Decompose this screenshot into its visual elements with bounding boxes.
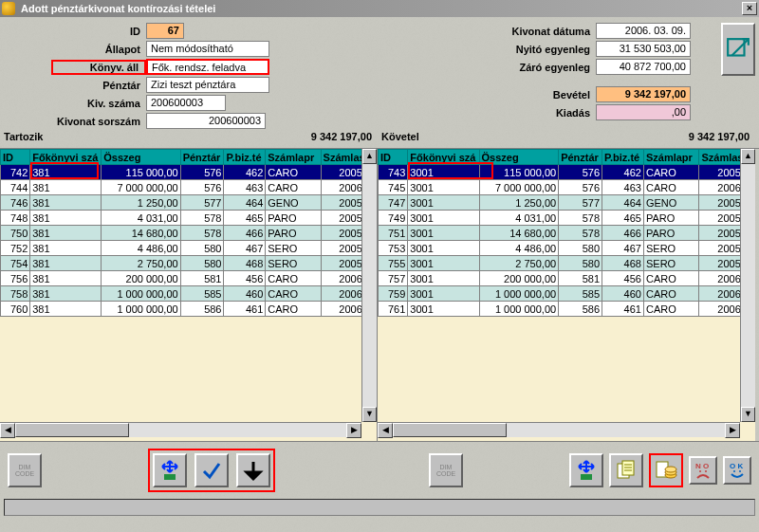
table-row[interactable]: 74730011 250,00577464GENO200500 [379, 195, 755, 211]
column-header[interactable]: P.biz.té [224, 150, 266, 165]
zaro-label: Záró egyenleg [501, 62, 596, 73]
form-left: ID 67 Állapot Nem módosítható Könyv. áll… [51, 23, 269, 129]
scroll-right-icon[interactable]: ▶ [346, 423, 361, 438]
svg-point-14 [739, 470, 741, 472]
no-button[interactable]: N O [689, 456, 717, 485]
coins-button[interactable] [649, 453, 683, 487]
table-row[interactable]: 75038114 680,00578466PARO200500 [1, 226, 377, 241]
dimcode-button-right[interactable]: DIM CODE [429, 453, 463, 487]
svg-point-13 [733, 470, 735, 472]
svg-point-8 [665, 467, 676, 472]
kivsorszam-value: 200600003 [146, 113, 266, 129]
svg-point-10 [699, 470, 701, 472]
ok-face-icon: O K [726, 459, 749, 482]
move-arrows-icon [575, 459, 598, 482]
close-button[interactable]: × [742, 2, 757, 15]
header-area: ID 67 Állapot Nem módosítható Könyv. áll… [0, 17, 759, 131]
scroll-down-icon[interactable]: ▼ [741, 407, 755, 422]
table-row[interactable]: 7543812 750,00580468SERO200500 [1, 256, 377, 271]
column-header[interactable]: ID [1, 150, 30, 165]
tartozik-vscroll[interactable]: ▲ ▼ [361, 149, 377, 422]
coins-icon [655, 459, 677, 482]
kovetel-total: 9 342 197,00 [419, 131, 755, 148]
column-header[interactable]: Összeg [479, 150, 559, 165]
table-row[interactable]: 75930011 000 000,00585460CARO200600 [379, 286, 755, 302]
scroll-up-icon[interactable]: ▲ [362, 149, 377, 164]
column-header[interactable]: Főkönyvi szá [408, 150, 479, 165]
tartozik-hscroll[interactable]: ◀ ▶ [0, 422, 361, 437]
arrow-down-icon [242, 459, 265, 482]
tartozik-grid[interactable]: IDFőkönyvi száÖsszegPénztárP.biz.téSzáml… [0, 149, 377, 317]
kovetel-grid[interactable]: IDFőkönyvi száÖsszegPénztárP.biz.téSzáml… [378, 149, 755, 317]
title-bar: Adott pénztárkivonat kontírozási tételei… [0, 0, 759, 17]
edit-button[interactable] [721, 23, 755, 76]
kivszam-value: 200600003 [146, 95, 226, 111]
dimcode-button-left[interactable]: DIM CODE [8, 453, 42, 487]
table-row[interactable]: 742381115 000,00576462CARO200500 [1, 165, 377, 180]
scroll-right-icon[interactable]: ▶ [725, 423, 740, 438]
ok-button[interactable]: O K [723, 456, 751, 485]
table-row[interactable]: 75530012 750,00580468SERO200500 [379, 256, 755, 271]
table-row[interactable]: 75330014 486,00580467SERO200500 [379, 241, 755, 256]
id-value: 67 [146, 23, 184, 39]
penztar-value: Zizi teszt pénztára [146, 77, 269, 93]
kovetel-label: Követel [378, 131, 419, 148]
table-row[interactable]: 751300114 680,00578466PARO200500 [379, 226, 755, 241]
svg-rect-1 [164, 474, 176, 480]
column-header[interactable]: Összeg [102, 150, 180, 165]
highlighted-group-left [148, 449, 275, 492]
column-header[interactable]: Pénztár [559, 150, 602, 165]
table-row[interactable]: 7433001115 000,00576462CARO200500 [379, 165, 755, 180]
svg-point-11 [705, 470, 707, 472]
scroll-left-icon[interactable]: ◀ [378, 423, 393, 438]
penztar-label: Pénztár [51, 80, 146, 91]
table-row[interactable]: 7583811 000 000,00585460CARO200600 [1, 286, 377, 302]
column-header[interactable]: Főkönyvi szá [30, 150, 102, 165]
kovetel-hscroll[interactable]: ◀ ▶ [378, 422, 740, 437]
svg-rect-2 [581, 474, 592, 480]
column-header[interactable]: P.biz.té [602, 150, 644, 165]
svg-text:O K: O K [730, 462, 743, 470]
move-button[interactable] [153, 453, 187, 487]
table-row[interactable]: 74930014 031,00578465PARO200500 [379, 211, 755, 226]
column-header[interactable]: Pénztár [180, 150, 224, 165]
kivszam-label: Kiv. száma [51, 98, 146, 109]
table-row[interactable]: 7443817 000 000,00576463CARO200600 [1, 180, 377, 195]
konyv-value: Fők. rendsz. feladva [146, 59, 269, 75]
table-row[interactable]: 7523814 486,00580467SERO200500 [1, 241, 377, 256]
scroll-down-icon[interactable]: ▼ [362, 407, 377, 422]
scroll-up-icon[interactable]: ▲ [741, 149, 755, 164]
zaro-value: 40 872 700,00 [596, 59, 691, 75]
table-row[interactable]: 7603811 000 000,00586461CARO200600 [1, 302, 377, 317]
edit-icon [726, 37, 750, 62]
kovetel-grid-pane: IDFőkönyvi száÖsszegPénztárP.biz.téSzáml… [378, 149, 755, 441]
form-right: Kivonat dátuma 2006. 03. 09. Nyitó egyen… [501, 23, 691, 129]
pages-button[interactable] [609, 453, 643, 487]
move-arrows-icon [158, 459, 181, 482]
svg-rect-0 [728, 39, 744, 55]
column-header[interactable]: Számlapr [266, 150, 321, 165]
table-row[interactable]: 7483814 031,00578465PARO200500 [1, 211, 377, 226]
section-headers: Tartozik 9 342 197,00 Követel 9 342 197,… [0, 131, 759, 148]
id-label: ID [51, 26, 146, 37]
table-row[interactable]: 756381200 000,00581456CARO200600 [1, 271, 377, 286]
nyito-label: Nyitó egyenleg [501, 44, 596, 55]
no-face-icon: N O [692, 459, 714, 482]
column-header[interactable]: Számlapr [643, 150, 699, 165]
table-row[interactable]: 7463811 250,00577464GENO200500 [1, 195, 377, 211]
move-button-right[interactable] [569, 453, 603, 487]
table-row[interactable]: 76130011 000 000,00586461CARO200600 [379, 302, 755, 317]
check-button[interactable] [194, 453, 229, 487]
konyv-label: Könyv. áll [51, 60, 146, 75]
scroll-left-icon[interactable]: ◀ [0, 423, 15, 438]
kiadas-label: Kiadás [501, 107, 596, 119]
svg-text:N O: N O [695, 462, 709, 470]
down-button[interactable] [236, 453, 270, 487]
pages-icon [615, 459, 638, 482]
table-row[interactable]: 74530017 000 000,00576463CARO200600 [379, 180, 755, 195]
table-row[interactable]: 7573001200 000,00581456CARO200600 [379, 271, 755, 286]
tartozik-grid-pane: IDFőkönyvi száÖsszegPénztárP.biz.téSzáml… [0, 149, 378, 441]
allapot-label: Állapot [51, 44, 146, 55]
column-header[interactable]: ID [379, 150, 408, 165]
kovetel-vscroll[interactable]: ▲ ▼ [740, 149, 755, 422]
